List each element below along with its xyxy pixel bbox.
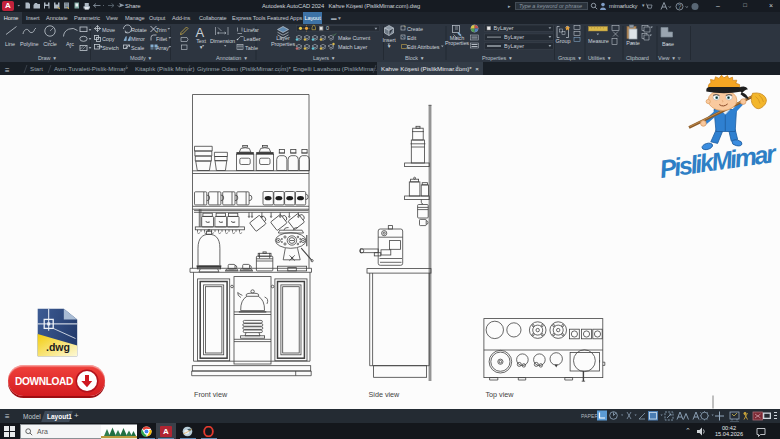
svg-text:PislikMimar: PislikMimar (658, 139, 779, 183)
svg-text:?: ? (678, 3, 682, 10)
svg-text:0: 0 (326, 25, 329, 31)
svg-text:ByLayer: ByLayer (494, 25, 514, 31)
svg-text:Linear: Linear (244, 27, 259, 33)
svg-text:Table: Table (245, 45, 258, 51)
svg-text:ByLayer: ByLayer (504, 43, 524, 49)
svg-text:Leader: Leader (244, 36, 261, 42)
svg-text:.dwg: .dwg (46, 341, 70, 353)
svg-text:ByLayer: ByLayer (504, 34, 524, 40)
